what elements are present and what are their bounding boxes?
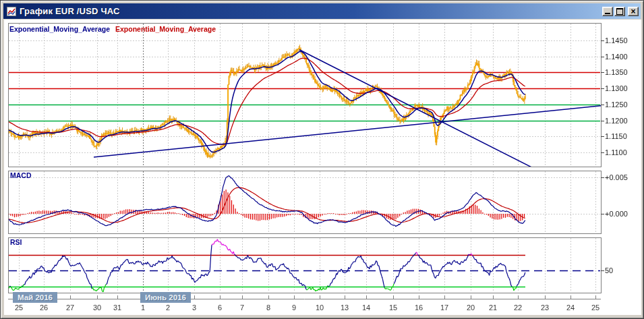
- date-label: 24: [562, 303, 579, 312]
- price-axis-label: 1.1100: [605, 148, 627, 156]
- date-label: 17: [436, 303, 453, 312]
- chart-window: График EUR /USD ЧАС × Exponential_Moving…: [0, 0, 644, 319]
- ema-fast-label: Exponential_Moving_Average: [9, 25, 110, 33]
- minimize-button[interactable]: [602, 7, 613, 16]
- date-label: 16: [410, 303, 428, 312]
- price-chart-canvas[interactable]: [1, 1, 644, 319]
- macd-panel-label: MACD: [10, 171, 32, 179]
- date-label: 26: [35, 303, 53, 312]
- close-icon: ×: [631, 7, 635, 16]
- date-label: 30: [88, 303, 106, 312]
- price-axis-label: 1.1350: [605, 68, 628, 76]
- macd-axis-label: +0.000: [605, 210, 628, 218]
- close-button[interactable]: ×: [628, 7, 639, 16]
- price-axis-label: 1.1250: [605, 100, 628, 109]
- window-title: График EUR /USD ЧАС: [20, 6, 602, 16]
- window-controls: ×: [602, 7, 639, 16]
- rsi-axis-label: 50: [605, 266, 613, 274]
- month-label: Май 2016: [13, 292, 57, 303]
- date-label: 8: [260, 303, 277, 312]
- date-label: 7: [233, 303, 251, 312]
- date-label: 9: [285, 303, 303, 312]
- price-axis-label: 1.1300: [605, 84, 628, 92]
- rsi-panel-label: RSI: [10, 238, 22, 246]
- date-label: 14: [357, 303, 375, 312]
- ema-slow-label: Exponential_Moving_Average: [115, 25, 216, 33]
- date-label: 6: [211, 303, 229, 312]
- date-label: 1: [134, 303, 152, 312]
- date-label: 22: [509, 303, 527, 312]
- maximize-icon: [616, 8, 623, 15]
- title-bar[interactable]: График EUR /USD ЧАС ×: [3, 3, 641, 19]
- price-axis-label: 1.1200: [605, 117, 628, 125]
- date-label: 13: [336, 303, 353, 312]
- date-label: 31: [109, 303, 126, 312]
- date-label: 10: [311, 303, 328, 312]
- date-label: 20: [462, 303, 479, 312]
- price-axis-label: 1.1400: [605, 53, 628, 61]
- price-axis-label: 1.1150: [605, 132, 627, 140]
- window-chart-icon[interactable]: [6, 6, 17, 17]
- indicator-legend: Exponential_Moving_Average Exponential_M…: [9, 25, 216, 33]
- date-label: 2: [159, 303, 177, 312]
- macd-axis-label: +0.005: [605, 173, 628, 181]
- maximize-button[interactable]: [614, 7, 625, 16]
- date-label: 3: [185, 303, 203, 312]
- date-label: 25: [10, 303, 28, 312]
- date-label: 25: [587, 303, 604, 312]
- date-label: 23: [536, 303, 554, 312]
- date-label: 15: [384, 303, 402, 312]
- date-label: 27: [61, 303, 79, 312]
- minimize-icon: [605, 13, 610, 14]
- month-label: Июнь 2016: [140, 292, 191, 303]
- date-label: 21: [484, 303, 502, 312]
- price-axis-label: 1.1450: [605, 36, 628, 45]
